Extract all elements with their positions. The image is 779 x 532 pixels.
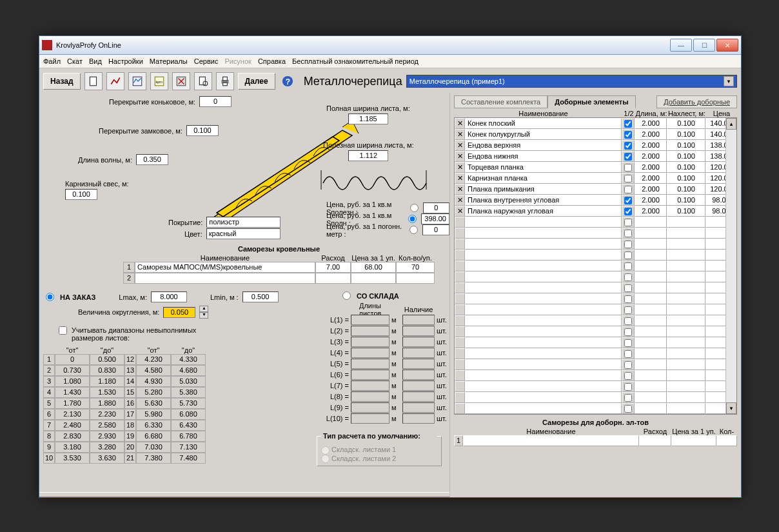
addon-len[interactable]: 2.000 — [635, 129, 667, 140]
addon-half-check[interactable] — [622, 129, 635, 140]
new-icon[interactable] — [84, 72, 103, 90]
samorez-name[interactable]: Саморезы МАПОС(M/MS)кровельные — [135, 262, 315, 273]
addon-half-check[interactable] — [622, 184, 635, 195]
delete-row-icon[interactable]: ✕ — [455, 118, 465, 129]
addon-over[interactable]: 0.100 — [667, 195, 705, 206]
addon-half-check[interactable] — [622, 118, 635, 129]
addon-name[interactable]: Конек плоский — [465, 118, 622, 129]
price-linear-radio[interactable] — [409, 226, 418, 234]
samorez-qty[interactable] — [396, 273, 435, 284]
next-button[interactable]: Далее — [238, 73, 275, 90]
stock-qty-field[interactable] — [402, 326, 435, 336]
scrollbar[interactable]: ▲▼ — [725, 118, 736, 414]
addon-len[interactable]: 2.000 — [635, 118, 667, 129]
addon-name[interactable]: Планка наружная угловая — [465, 206, 622, 217]
order-radio[interactable] — [46, 293, 54, 301]
addon-name[interactable]: Конек полукруглый — [465, 129, 622, 140]
addon-name[interactable]: Ендова верхняя — [465, 140, 622, 151]
menu-skat[interactable]: Скат — [67, 57, 83, 65]
stock-len-field[interactable] — [351, 348, 390, 358]
samorez-name[interactable] — [135, 273, 315, 284]
add-additional-button[interactable]: Добавить доборные — [656, 95, 737, 108]
stock-len-field[interactable] — [351, 337, 390, 347]
stock-qty-field[interactable] — [402, 359, 435, 369]
addon-over[interactable]: 0.100 — [667, 173, 705, 184]
delete-row-icon[interactable]: ✕ — [455, 151, 465, 162]
chevron-down-icon[interactable]: ▼ — [724, 76, 734, 86]
price-linear-field[interactable]: 0 — [422, 224, 449, 235]
delete-row-icon[interactable]: ✕ — [455, 162, 465, 173]
delete-row-icon[interactable]: ✕ — [455, 206, 465, 217]
tab-additional[interactable]: Доборные элементы — [547, 95, 635, 108]
menu-file[interactable]: Файл — [43, 57, 61, 65]
stock-qty-field[interactable] — [402, 337, 435, 347]
close-button[interactable]: ✕ — [716, 39, 738, 52]
splitter[interactable] — [39, 492, 449, 497]
stock-qty-field[interactable] — [402, 413, 435, 424]
stock-len-field[interactable] — [351, 369, 390, 380]
addon-name[interactable]: Планка примыкания — [465, 184, 622, 195]
round-field[interactable]: 0.050 — [163, 307, 195, 318]
lmax-field[interactable]: 8.000 — [151, 291, 187, 302]
delete-row-icon[interactable]: ✕ — [455, 184, 465, 195]
stock-qty-field[interactable] — [402, 315, 435, 325]
addon-len[interactable]: 2.000 — [635, 151, 667, 162]
delete-row-icon[interactable]: ✕ — [455, 129, 465, 140]
stock-len-field[interactable] — [351, 413, 390, 424]
addon-over[interactable]: 0.100 — [667, 118, 705, 129]
addon-over[interactable]: 0.100 — [667, 206, 705, 217]
wave-len-field[interactable]: 0.350 — [136, 154, 168, 165]
addon-len[interactable]: 2.000 — [635, 184, 667, 195]
useful-width-field[interactable]: 1.112 — [348, 150, 388, 161]
samorez-rate[interactable] — [315, 273, 351, 284]
addon-over[interactable]: 0.100 — [667, 162, 705, 173]
back-button[interactable]: Назад — [43, 73, 81, 90]
addon-len[interactable]: 2.000 — [635, 206, 667, 217]
addon-half-check[interactable] — [622, 173, 635, 184]
ranges-checkbox[interactable] — [59, 326, 67, 335]
addon-over[interactable]: 0.100 — [667, 184, 705, 195]
price-full-radio[interactable] — [408, 215, 417, 223]
addon-name[interactable]: Ендова нижняя — [465, 151, 622, 162]
stock-qty-field[interactable] — [402, 348, 435, 358]
round-spinner[interactable]: ▲▼ — [199, 306, 208, 319]
stock-qty-field[interactable] — [402, 391, 435, 402]
addon-half-check[interactable] — [622, 206, 635, 217]
print-icon[interactable] — [216, 72, 234, 90]
delete-row-icon[interactable]: ✕ — [455, 173, 465, 184]
addon-len[interactable]: 2.000 — [635, 173, 667, 184]
stock-len-field[interactable] — [351, 326, 390, 336]
eave-field[interactable]: 0.100 — [65, 189, 97, 200]
delete-row-icon[interactable]: ✕ — [455, 195, 465, 206]
preview-icon[interactable] — [194, 72, 212, 90]
stock-len-field[interactable] — [351, 380, 390, 391]
price-useful-field[interactable]: 0 — [423, 202, 449, 213]
stock-len-field[interactable] — [351, 391, 390, 402]
lmin-field[interactable]: 0.500 — [242, 291, 279, 302]
menu-view[interactable]: Вид — [89, 57, 102, 65]
samorez-rate[interactable]: 7.00 — [315, 262, 351, 273]
color-field[interactable]: красный — [206, 228, 281, 239]
price-useful-radio[interactable] — [410, 204, 419, 212]
samorez-qty[interactable]: 70 — [396, 262, 435, 273]
addon-half-check[interactable] — [622, 162, 635, 173]
help-icon[interactable]: ? — [279, 73, 296, 90]
stock-qty-field[interactable] — [402, 380, 435, 391]
menu-settings[interactable]: Настройки — [108, 57, 143, 65]
addon-over[interactable]: 0.100 — [667, 151, 705, 162]
samorez-price[interactable] — [351, 273, 396, 284]
stock-radio[interactable] — [342, 291, 351, 300]
stock-qty-field[interactable] — [402, 402, 435, 413]
material-combo[interactable]: Металлочерепица (пример1)▼ — [406, 75, 737, 88]
stock-len-field[interactable] — [351, 359, 390, 369]
addon-half-check[interactable] — [622, 195, 635, 206]
tab-kit[interactable]: Составление комплекта — [454, 95, 547, 108]
menu-trial[interactable]: Бесплатный ознакомительный период — [292, 57, 419, 65]
menu-help[interactable]: Справка — [258, 57, 286, 65]
kpm-icon[interactable]: kpm — [150, 72, 168, 90]
stock-len-field[interactable] — [351, 315, 390, 325]
addon-len[interactable]: 2.000 — [635, 162, 667, 173]
stock-qty-field[interactable] — [402, 369, 435, 380]
menu-materials[interactable]: Материалы — [150, 57, 188, 65]
addon-name[interactable]: Торцевая планка — [465, 162, 622, 173]
